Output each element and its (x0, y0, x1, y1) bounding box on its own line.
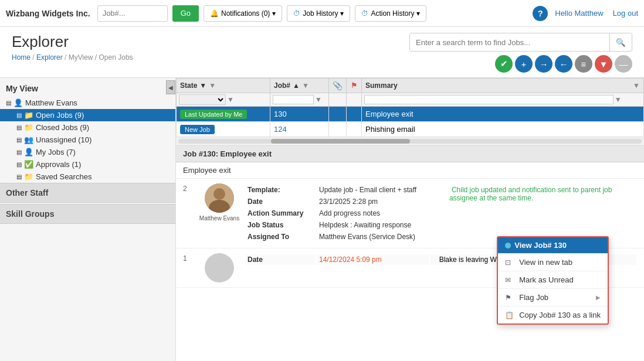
state-badge: Last Updated by Me (180, 110, 247, 119)
my-jobs-icon: 👤 (24, 148, 33, 156)
job-link2[interactable]: 124 (274, 125, 287, 134)
folder-icon: 📁 (24, 111, 33, 120)
toolbar-add-button[interactable]: + (515, 55, 533, 73)
svg-point-1 (213, 188, 225, 200)
help-button[interactable]: ? (533, 6, 548, 21)
toolbar-down-button[interactable]: ▼ (595, 55, 612, 73)
sidebar-item-unassigned-label: Unassigned (10) (36, 135, 170, 144)
avatar (205, 183, 234, 213)
notifications-button[interactable]: 🔔 Notifications (0) ▾ (204, 5, 282, 22)
main-layout: ◀ My View ▤ 👤 Matthew Evans ▤ 📁 Open Job… (0, 78, 644, 361)
expand-icon6: ▤ (16, 161, 22, 168)
unassigned-icon: 👥 (24, 135, 33, 144)
page-header: Explorer Home / Explorer / MyView / Open… (0, 27, 644, 78)
top-nav: Wizbang Widgets Inc. Go 🔔 Notifications … (0, 0, 644, 27)
sidebar: ◀ My View ▤ 👤 Matthew Evans ▤ 📁 Open Job… (0, 78, 176, 361)
hello-link[interactable]: Hello Matthew (555, 9, 603, 18)
page-title-area: Explorer Home / Explorer / MyView / Open… (12, 33, 133, 62)
expand-icon7: ▤ (16, 173, 22, 180)
toolbar-back-button[interactable]: ← (555, 55, 572, 73)
sidebar-user-root[interactable]: ▤ 👤 Matthew Evans (0, 97, 175, 109)
filter-icon[interactable]: ▼ (209, 81, 216, 90)
page-title: Explorer (12, 33, 133, 51)
table-row[interactable]: New Job 124 Phishing email (177, 122, 644, 137)
col-clip: 📎 (329, 79, 347, 93)
context-menu-copy-link[interactable]: 📋 Copy Job# 130 as a link (498, 306, 608, 323)
search-icon: 🔍 (616, 38, 626, 47)
horizontal-scrollbar[interactable] (176, 137, 644, 145)
toolbar-check-button[interactable]: ✔ (495, 55, 513, 73)
col-flag: ⚑ (347, 79, 362, 93)
avatar-name: Matthew Evans (199, 215, 239, 222)
breadcrumb-explorer[interactable]: Explorer (36, 53, 63, 62)
sidebar-item-approvals[interactable]: ▤ ✅ Approvals (1) (0, 158, 175, 171)
context-menu-title: View Job# 130 (514, 241, 567, 250)
job-num-filter-input[interactable] (273, 95, 314, 104)
chevron-down-icon: ▾ (272, 9, 276, 18)
job-number-input[interactable] (97, 5, 168, 22)
search-input[interactable] (410, 33, 609, 51)
filter-funnel-icon2: ▼ (315, 96, 322, 104)
user-icon: 👤 (13, 98, 23, 107)
sidebar-item-approvals-label: Approvals (1) (36, 160, 170, 169)
sidebar-item-my-jobs[interactable]: ▤ 👤 My Jobs (7) (0, 146, 175, 158)
summary-filter-input[interactable] (364, 95, 614, 104)
expand-icon5: ▤ (16, 149, 22, 155)
detail-row: Template: Update job - Email client + st… (245, 185, 636, 195)
expand-icon4: ▤ (16, 137, 22, 143)
new-tab-icon: ⊡ (505, 258, 514, 267)
mark-unread-icon: ✉ (505, 276, 514, 284)
flag-icon: ⚑ (351, 81, 357, 90)
toolbar-forward-button[interactable]: → (535, 55, 553, 73)
toolbar-menu-button[interactable]: ≡ (575, 55, 592, 73)
chevron-down-icon3: ▾ (416, 9, 420, 18)
sidebar-item-unassigned[interactable]: ▤ 👥 Unassigned (10) (0, 134, 175, 146)
scrollbar-thumb (271, 139, 410, 144)
toolbar-dash-button[interactable]: — (615, 55, 632, 73)
state-cell: Last Updated by Me (177, 107, 270, 122)
filter-icon3[interactable]: ▼ (633, 81, 640, 90)
state-badge2: New Job (180, 125, 215, 134)
action-history-button[interactable]: ⏱ Action History ▾ (355, 5, 426, 22)
go-button[interactable]: Go (172, 5, 199, 22)
job-link[interactable]: 130 (274, 110, 287, 118)
sidebar-item-closed-jobs-label: Closed Jobs (9) (36, 123, 170, 132)
job-history-button[interactable]: ⏱ Job History ▾ (287, 5, 350, 22)
flag-job-icon: ⚑ (505, 294, 514, 302)
context-menu-flag-job[interactable]: ⚑ Flag Job (498, 288, 608, 306)
job-num-cell2: 124 (270, 122, 329, 137)
sidebar-title: My View (0, 78, 175, 97)
sidebar-item-closed-jobs[interactable]: ▤ 📁 Closed Jobs (9) (0, 121, 175, 134)
sidebar-collapse-button[interactable]: ◀ (166, 80, 175, 94)
context-menu-mark-unread[interactable]: ✉ Mark as Unread (498, 271, 608, 288)
table-row[interactable]: Last Updated by Me 130 Employee exit (177, 107, 644, 122)
col-job-num: Job# ▲ ▼ (270, 79, 329, 93)
logout-link[interactable]: Log out (613, 9, 638, 18)
avatar2 (205, 253, 234, 282)
sort-asc-icon: ▲ (293, 81, 300, 90)
col-state: State ▼ ▼ (177, 79, 270, 93)
other-staff-section[interactable]: Other Staff (0, 183, 175, 203)
folder-closed-icon: 📁 (24, 123, 33, 132)
jobs-table: State ▼ ▼ Job# ▲ ▼ (176, 78, 644, 137)
state-filter-select[interactable] (179, 94, 226, 105)
expand-icon: ▤ (6, 100, 11, 106)
content-area: State ▼ ▼ Job# ▲ ▼ (176, 78, 644, 361)
date-link[interactable]: 14/12/2024 5:09 pm (319, 256, 382, 264)
filter-funnel-icon: ▼ (227, 96, 234, 104)
copy-link-icon: 📋 (505, 311, 514, 319)
summary-cell2: Phishing email (362, 122, 644, 137)
table-header-row: State ▼ ▼ Job# ▲ ▼ (177, 79, 644, 93)
context-menu-view-new-tab[interactable]: ⊡ View in new tab (498, 253, 608, 271)
sidebar-item-saved-searches-label: Saved Searches (36, 172, 170, 181)
filter-icon2[interactable]: ▼ (302, 81, 309, 90)
search-button[interactable]: 🔍 (609, 33, 632, 51)
breadcrumb: Home / Explorer / MyView / Open Jobs (12, 53, 133, 62)
expand-icon2: ▤ (16, 112, 22, 118)
breadcrumb-home[interactable]: Home (12, 53, 30, 62)
sidebar-item-saved-searches[interactable]: ▤ 📁 Saved Searches (0, 171, 175, 183)
summary-cell: Employee exit (362, 107, 644, 122)
breadcrumb-current: MyView / Open Jobs (69, 53, 133, 62)
skill-groups-section[interactable]: Skill Groups (0, 204, 175, 224)
sidebar-item-open-jobs[interactable]: ▤ 📁 Open Jobs (9) (0, 109, 175, 121)
